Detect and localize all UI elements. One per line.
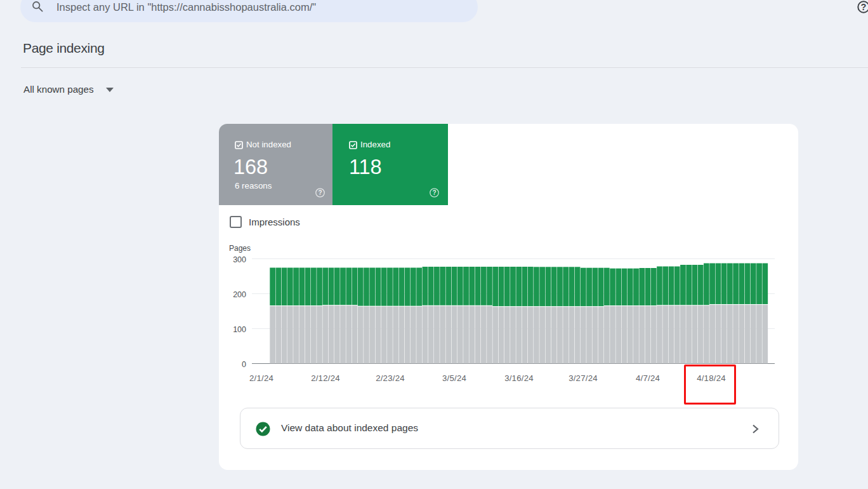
svg-text:?: ? bbox=[318, 189, 322, 196]
svg-text:?: ? bbox=[861, 2, 867, 12]
svg-text:?: ? bbox=[432, 189, 436, 196]
